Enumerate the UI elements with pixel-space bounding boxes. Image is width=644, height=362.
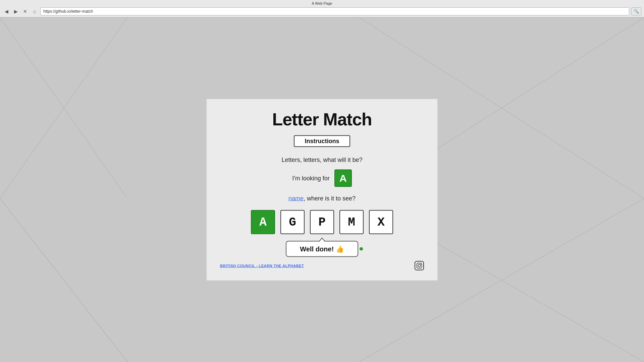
- footer-row: BRITISH COUNCIL - LEARN THE ALPHABET: [220, 261, 424, 270]
- well-done-container: Well done! 👍: [286, 241, 358, 257]
- browser-title: A Web Page: [0, 0, 644, 5]
- nav-bar: ◀ ▶ ✕ ⌂ https://github.io/letter-match 🔍: [0, 5, 644, 17]
- svg-point-9: [418, 264, 421, 267]
- search-button[interactable]: 🔍: [631, 7, 641, 15]
- close-button[interactable]: ✕: [21, 8, 29, 15]
- letter-choices: A G P M X: [251, 210, 393, 234]
- page-title: Letter Match: [272, 109, 372, 129]
- name-row: name, where is it to see?: [288, 195, 356, 202]
- svg-line-1: [0, 17, 127, 198]
- browser-viewport: Letter Match Instructions Letters, lette…: [0, 17, 644, 362]
- home-button[interactable]: ⌂: [31, 8, 38, 15]
- choice-P[interactable]: P: [310, 210, 334, 234]
- choice-X[interactable]: X: [369, 210, 393, 234]
- choice-G[interactable]: G: [280, 210, 305, 234]
- target-letter: A: [334, 170, 352, 187]
- looking-for-text: I'm looking for: [292, 175, 329, 182]
- well-done-bubble: Well done! 👍: [286, 241, 358, 257]
- name-suffix: , where is it to see?: [304, 195, 356, 202]
- british-council-link[interactable]: BRITISH COUNCIL - LEARN THE ALPHABET: [220, 264, 304, 268]
- browser-chrome: A Web Page ◀ ▶ ✕ ⌂ https://github.io/let…: [0, 0, 644, 17]
- name-link[interactable]: name: [288, 195, 304, 202]
- back-button[interactable]: ◀: [3, 8, 10, 15]
- address-bar[interactable]: https://github.io/letter-match: [40, 7, 629, 15]
- choice-A[interactable]: A: [251, 210, 275, 234]
- bubble-dot: [360, 247, 363, 251]
- forward-button[interactable]: ▶: [12, 8, 19, 15]
- instagram-icon[interactable]: [415, 261, 424, 270]
- page-card: Letter Match Instructions Letters, lette…: [206, 99, 438, 281]
- svg-point-10: [420, 264, 421, 264]
- svg-line-0: [0, 17, 127, 198]
- svg-rect-8: [417, 263, 422, 268]
- svg-line-4: [0, 198, 127, 362]
- well-done-text: Well done! 👍: [300, 245, 344, 253]
- looking-for-row: I'm looking for A: [292, 170, 352, 187]
- instructions-button[interactable]: Instructions: [294, 135, 350, 147]
- choice-M[interactable]: M: [339, 210, 364, 234]
- svg-line-5: [0, 198, 127, 362]
- subtitle-text: Letters, letters, what will it be?: [281, 157, 362, 164]
